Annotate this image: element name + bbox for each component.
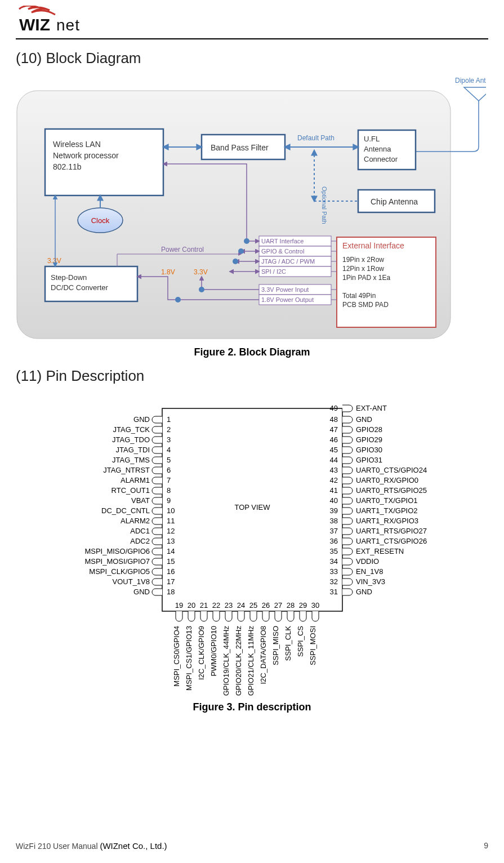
svg-text:4: 4 [167,446,171,454]
pin-diagram: TOP VIEW 1GND2JTAG_TCK3JTAG_TDO4JTAG_TDI… [16,392,488,696]
brand-logo: WIZ net [16,0,488,36]
v33-label-a: 3.3V [47,257,61,265]
svg-text:UART1_RTS/GPIO27: UART1_RTS/GPIO27 [356,527,427,535]
svg-text:1: 1 [167,415,171,424]
svg-text:25: 25 [249,601,257,610]
block-diagram: Dipole Antenna Wireless LAN Network proc… [16,74,486,344]
svg-text:44: 44 [329,456,337,464]
svg-text:UART0_CTS/GPIO24: UART0_CTS/GPIO24 [356,466,427,474]
section-11-heading: (11) Pin Description [16,367,488,385]
svg-text:SSPI_MISO: SSPI_MISO [271,626,280,665]
svg-text:10: 10 [167,506,175,515]
svg-text:MSPI_CS0/GPIO4: MSPI_CS0/GPIO4 [172,626,181,687]
svg-point-35 [244,238,249,244]
header-rule [16,38,488,39]
page-number: 9 [484,841,488,851]
svg-text:PWM0/GPIO10: PWM0/GPIO10 [209,626,218,677]
svg-text:34: 34 [329,557,337,566]
svg-text:17: 17 [167,577,175,586]
svg-text:EXT-ANT: EXT-ANT [356,404,387,412]
svg-text:14: 14 [167,547,175,555]
svg-text:1.8V: 1.8V [161,268,175,276]
svg-text:31: 31 [329,588,337,596]
svg-text:GND: GND [356,415,372,424]
svg-text:DC_DC_CNTL: DC_DC_CNTL [101,506,150,515]
svg-text:VBAT: VBAT [131,496,150,505]
svg-text:48: 48 [329,415,337,424]
svg-text:21: 21 [199,601,207,610]
svg-text:6: 6 [167,466,171,474]
svg-text:45: 45 [329,446,337,454]
svg-text:net: net [56,16,80,34]
ext-if-title: External Interface [342,241,404,250]
svg-text:I2C_CLK/GPIO9: I2C_CLK/GPIO9 [197,626,206,680]
svg-text:41: 41 [329,486,337,495]
svg-text:40: 40 [329,496,337,505]
svg-text:47: 47 [329,425,337,434]
svg-text:UART1_CTS/GPIO26: UART1_CTS/GPIO26 [356,537,427,545]
svg-text:GND: GND [133,588,150,596]
svg-text:37: 37 [329,527,337,535]
svg-text:GND: GND [356,588,372,596]
svg-point-37 [233,259,238,264]
svg-text:18: 18 [167,588,175,596]
svg-text:ADC1: ADC1 [130,527,150,535]
top-view-label: TOP VIEW [234,503,270,511]
svg-text:7: 7 [167,476,171,484]
figure-3-caption: Figure 3. Pin description [16,701,488,713]
svg-text:JTAG_TDI: JTAG_TDI [115,446,149,454]
svg-text:8: 8 [167,486,171,495]
svg-text:GPIO & Control: GPIO & Control [261,248,304,255]
svg-text:UART0_RTS/GPIO25: UART0_RTS/GPIO25 [356,486,427,495]
svg-text:5: 5 [167,456,171,464]
svg-text:VDDIO: VDDIO [356,557,379,566]
svg-text:SPI / I2C: SPI / I2C [261,268,286,275]
svg-text:SSPI_MOSI: SSPI_MOSI [309,626,317,665]
svg-text:UART0_RX/GPIO0: UART0_RX/GPIO0 [356,476,418,484]
svg-text:JTAG / ADC / PWM: JTAG / ADC / PWM [261,258,315,265]
svg-text:UART Interface: UART Interface [261,238,304,244]
svg-text:GPIO19/CLK_44MHz: GPIO19/CLK_44MHz [222,626,230,696]
svg-text:27: 27 [274,601,282,610]
svg-text:43: 43 [329,466,337,474]
svg-text:UART1_TX/GPIO2: UART1_TX/GPIO2 [356,506,418,515]
svg-text:MSPI_MOSI/GPIO7: MSPI_MOSI/GPIO7 [84,557,150,566]
svg-text:UART1_RX/GPIO3: UART1_RX/GPIO3 [356,517,418,525]
svg-text:GPIO20/CLK_22MHz: GPIO20/CLK_22MHz [234,626,243,696]
svg-text:49: 49 [329,404,337,412]
svg-point-39 [199,287,204,292]
chip-antenna-box: Chip Antenna [371,197,418,206]
svg-text:3.3V Power Input: 3.3V Power Input [261,286,309,293]
svg-text:20: 20 [187,601,195,610]
svg-text:ADC2: ADC2 [130,537,150,545]
svg-text:JTAG_TCK: JTAG_TCK [113,425,150,434]
svg-text:RTC_OUT1: RTC_OUT1 [111,486,149,495]
dipole-label: Dipole Antenna [455,77,486,84]
svg-text:28: 28 [286,601,294,610]
svg-text:WIZ: WIZ [19,15,50,34]
svg-text:13: 13 [167,537,175,545]
svg-text:JTAG_NTRST: JTAG_NTRST [103,466,150,474]
svg-text:12: 12 [167,527,175,535]
svg-text:GPIO29: GPIO29 [356,435,382,444]
svg-text:24: 24 [237,601,244,610]
svg-text:GND: GND [133,415,150,424]
svg-text:VOUT_1V8: VOUT_1V8 [112,577,149,586]
svg-text:MSPI_MISO/GPIO6: MSPI_MISO/GPIO6 [84,547,150,555]
svg-text:19: 19 [175,601,182,610]
svg-text:EXT_RESETN: EXT_RESETN [356,547,404,555]
figure-2-caption: Figure 2. Block Diagram [16,346,488,358]
svg-text:GPIO30: GPIO30 [356,446,382,454]
svg-text:2: 2 [167,425,171,434]
svg-text:23: 23 [224,601,232,610]
svg-text:VIN_3V3: VIN_3V3 [356,577,385,586]
svg-text:36: 36 [329,537,337,545]
svg-rect-16 [337,237,436,327]
svg-text:15: 15 [167,557,175,566]
bpf-box: Band Pass Filter [211,143,269,152]
svg-text:ALARM2: ALARM2 [120,517,149,525]
section-10-heading: (10) Block Diagram [16,50,488,67]
svg-text:26: 26 [261,601,269,610]
svg-text:GPIO28: GPIO28 [356,425,382,434]
svg-text:3: 3 [167,435,171,444]
